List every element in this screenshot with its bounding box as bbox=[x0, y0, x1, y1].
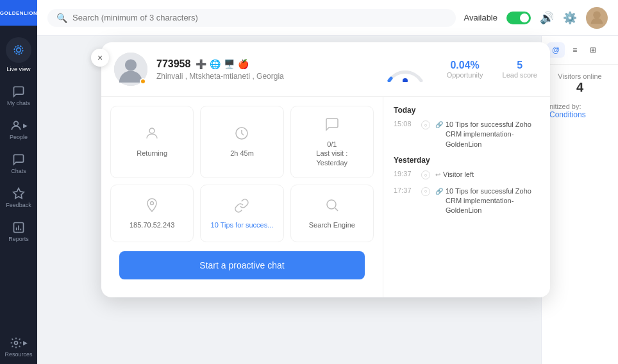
right-panel-tabs: @ ≡ ⊞ bbox=[542, 36, 618, 65]
sidebar-item-resources[interactable]: ▶ Resources bbox=[0, 330, 37, 364]
chat-count-cell: 0/1Last visit :Yesterday bbox=[290, 106, 374, 178]
info-grid: Returning 2h 45m bbox=[110, 106, 374, 242]
svg-point-6 bbox=[593, 11, 601, 19]
visitor-location: Zhinvali , Mtskheta-mtianeti , Georgia bbox=[156, 72, 374, 81]
search-area[interactable]: 🔍 bbox=[47, 9, 456, 27]
apple-icon: 🍎 bbox=[238, 59, 249, 69]
lead-score-label: Lead score bbox=[503, 71, 537, 79]
available-label: Available bbox=[464, 13, 497, 22]
sidebar-item-people[interactable]: ▶ People bbox=[0, 113, 37, 147]
timeline-dot: ○ bbox=[421, 187, 430, 196]
visitor-id: 773958 ➕ 🌐 🖥️ 🍎 bbox=[156, 58, 374, 70]
timeline-time: 15:08 bbox=[394, 120, 416, 128]
sidebar-item-my-chats[interactable]: My chats bbox=[0, 79, 37, 113]
search-engine-label: Search Engine bbox=[309, 220, 355, 229]
page-link[interactable]: 10 Tips for succes... bbox=[211, 221, 274, 229]
sidebar-logo: GOLDENLION bbox=[0, 0, 37, 26]
sidebar-item-label-my-chats: My chats bbox=[7, 100, 30, 106]
close-button[interactable]: × bbox=[91, 49, 109, 67]
opportunity-label: Opportunity bbox=[447, 71, 483, 79]
user-avatar[interactable] bbox=[586, 7, 608, 29]
visitor-stats: 0.04% Opportunity 5 Lead score bbox=[383, 56, 537, 82]
page-link-cell: 10 Tips for succes... bbox=[200, 185, 283, 242]
svg-point-9 bbox=[403, 78, 408, 82]
tab-list[interactable]: ≡ bbox=[567, 42, 582, 58]
card-left: Returning 2h 45m bbox=[101, 97, 383, 297]
card-body: Returning 2h 45m bbox=[101, 97, 550, 297]
visitor-avatar bbox=[114, 53, 147, 86]
settings-icon[interactable]: ⚙️ bbox=[563, 11, 577, 25]
filter-label: nitized by: bbox=[542, 103, 618, 110]
filter-value[interactable]: Conditions bbox=[542, 110, 618, 119]
yesterday-section-title: Yesterday bbox=[394, 156, 540, 165]
sidebar-item-live-view[interactable]: Live view bbox=[0, 26, 37, 79]
right-panel: @ ≡ ⊞ Visitors online 4 nitized by: Cond… bbox=[541, 36, 618, 364]
sidebar-item-label-live-view: Live view bbox=[6, 66, 30, 72]
visitors-online-section: Visitors online 4 bbox=[542, 65, 618, 103]
today-section-title: Today bbox=[394, 106, 540, 115]
search-engine-cell: Search Engine bbox=[290, 185, 374, 242]
search-engine-icon bbox=[324, 197, 340, 217]
sidebar-item-label-chats: Chats bbox=[11, 168, 26, 174]
returning-label: Returning bbox=[137, 149, 167, 158]
lead-score-stat: 5 Lead score bbox=[503, 60, 537, 79]
timeline-time: 19:37 bbox=[394, 170, 416, 178]
svg-point-1 bbox=[14, 46, 22, 54]
timeline-text: 10 Tips for successful Zoho CRM implemen… bbox=[446, 186, 540, 216]
timeline-exit-icon: ↩ bbox=[435, 171, 440, 178]
svg-point-12 bbox=[151, 201, 154, 204]
opportunity-value: 0.04% bbox=[450, 60, 479, 71]
timeline-link-icon: 🔗 bbox=[435, 188, 443, 195]
main-area: 🔍 Available 🔊 ⚙️ × bbox=[37, 0, 618, 364]
timeline-time: 17:37 bbox=[394, 186, 416, 194]
ip-label: 185.70.52.243 bbox=[129, 220, 174, 229]
timeline-item: 19:37 ○ ↩ Visitor left bbox=[394, 170, 540, 179]
sidebar-item-label-resources: Resources bbox=[4, 351, 32, 358]
timeline-dot: ○ bbox=[421, 120, 430, 129]
svg-point-8 bbox=[125, 59, 137, 70]
tab-filter[interactable]: ⊞ bbox=[585, 42, 601, 58]
chrome-icon: 🌐 bbox=[210, 59, 221, 69]
timeline-link-icon: 🔗 bbox=[435, 121, 443, 128]
sidebar-item-label-feedback: Feedback bbox=[6, 202, 31, 208]
returning-icon bbox=[144, 126, 160, 145]
visitor-card: × 773958 ➕ 🌐 🖥️ 🍎 bbox=[101, 42, 550, 297]
sidebar-item-feedback[interactable]: Feedback bbox=[0, 181, 37, 215]
visitor-info: 773958 ➕ 🌐 🖥️ 🍎 Zhinvali , Mtskheta-mtia… bbox=[156, 58, 374, 81]
duration-cell: 2h 45m bbox=[200, 106, 283, 178]
timeline-item: 17:37 ○ 🔗 10 Tips for successful Zoho CR… bbox=[394, 186, 540, 216]
duration-label: 2h 45m bbox=[230, 149, 254, 158]
sidebar-item-label-reports: Reports bbox=[8, 236, 29, 242]
clock-icon bbox=[234, 126, 249, 145]
timeline-text: Visitor left bbox=[443, 170, 474, 179]
visitors-online-count: 4 bbox=[549, 80, 610, 95]
timeline-dot: ○ bbox=[421, 170, 430, 179]
live-view-icon bbox=[6, 37, 31, 63]
card-header: 773958 ➕ 🌐 🖥️ 🍎 Zhinvali , Mtskheta-mtia… bbox=[101, 42, 550, 97]
search-input[interactable] bbox=[72, 13, 447, 22]
returning-cell: Returning bbox=[110, 106, 194, 178]
link-icon bbox=[234, 198, 249, 217]
opportunity-stat: 0.04% Opportunity bbox=[447, 60, 483, 79]
timeline-item: 15:08 ○ 🔗 10 Tips for successful Zoho CR… bbox=[394, 120, 540, 149]
sidebar: GOLDENLION Live view My chats ▶ People C… bbox=[0, 0, 37, 364]
available-toggle[interactable] bbox=[506, 12, 531, 24]
svg-point-5 bbox=[15, 342, 18, 345]
lead-score-value: 5 bbox=[517, 60, 522, 71]
timeline-panel: Today 15:08 ○ 🔗 10 Tips for successful Z… bbox=[383, 97, 550, 297]
svg-point-0 bbox=[17, 48, 21, 53]
volume-icon[interactable]: 🔊 bbox=[540, 11, 554, 25]
proactive-chat-button[interactable]: Start a proactive chat bbox=[119, 251, 365, 279]
content-area: × 773958 ➕ 🌐 🖥️ 🍎 bbox=[37, 36, 618, 364]
svg-point-10 bbox=[149, 128, 154, 133]
avatar-status-dot bbox=[140, 78, 146, 85]
opportunity-gauge bbox=[383, 56, 428, 82]
timeline-text: 10 Tips for successful Zoho CRM implemen… bbox=[446, 120, 540, 149]
topbar: 🔍 Available 🔊 ⚙️ bbox=[37, 0, 618, 36]
svg-marker-3 bbox=[13, 188, 24, 199]
search-icon: 🔍 bbox=[56, 13, 67, 23]
sidebar-item-chats[interactable]: Chats bbox=[0, 147, 37, 181]
plus-icon: ➕ bbox=[196, 59, 206, 69]
sidebar-item-reports[interactable]: Reports bbox=[0, 215, 37, 249]
svg-point-13 bbox=[327, 200, 336, 209]
